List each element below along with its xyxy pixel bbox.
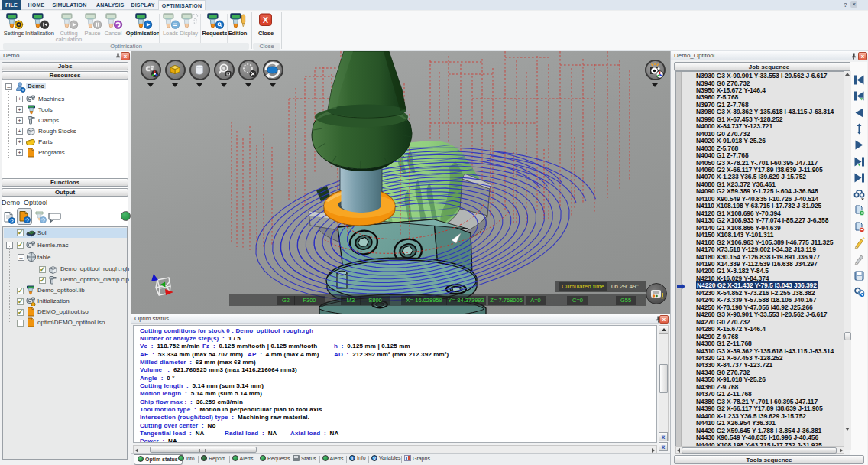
svg-text:X: X bbox=[263, 15, 268, 24]
